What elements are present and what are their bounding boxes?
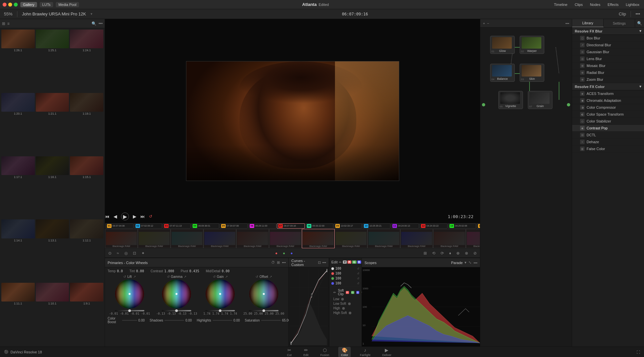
lib-gaussian-blur[interactable]: ⊙ Gaussian Blur [572,49,644,56]
skip-fwd-btn[interactable]: ⏭ [140,214,145,219]
node-balance[interactable]: Balance 04 [490,64,515,82]
node-more-btn[interactable]: ••• [565,21,569,25]
soft-clip-pencil[interactable]: ✏ [333,291,336,294]
timeline-clip[interactable]: Blackmagic RAW [269,229,302,248]
color-tool-3[interactable]: ◎ [123,250,129,256]
color-tool-5[interactable]: ✦ [140,250,146,256]
lib-mosaic-blur[interactable]: ⊞ Mosaic Blur [572,62,644,69]
timeline-clip[interactable]: Blackmagic RAW [367,229,400,248]
clips-btn[interactable]: Clips [573,2,585,7]
gamma-wheel[interactable] [162,279,191,309]
curves-more-btn[interactable]: ••• [322,260,326,265]
timeline-segment[interactable]: 05 07:34:07:08 [220,223,248,229]
color-tool-1[interactable]: ⊙ [107,250,113,256]
gallery-list-btn[interactable]: ≡ [7,21,10,26]
clip-label[interactable]: Clip [617,11,627,17]
node-add-btn[interactable]: + [483,21,485,25]
color-tool-8[interactable]: ⟳ [439,250,445,256]
ch-g-btn[interactable]: G [352,260,356,264]
temp-val[interactable]: 0.0 [117,269,123,273]
zoom-level[interactable]: 55% [3,11,14,17]
color-tool-12[interactable]: ⊘ [472,250,478,256]
gain-reset-btn[interactable]: ↺ [213,275,216,279]
sc-g-btn[interactable]: G [351,291,354,294]
gallery-item[interactable]: 1:17.1 [1,156,35,219]
skip-back-btn[interactable]: ⏮ [105,214,110,219]
nav-mode-fusion[interactable]: ⬡ Fusion [318,347,332,357]
timeline-segment[interactable]: 02 07:02:09:12 [134,223,162,229]
lift-reset-btn[interactable]: ↺ [123,275,126,279]
node-skin[interactable]: Skin 03 [520,64,544,82]
gallery-search-btn[interactable]: 🔍 [92,21,96,26]
node-warper[interactable]: Warper 02 [520,36,544,54]
more-options[interactable]: ••• [634,11,641,17]
gallery-item[interactable]: 1:26.1 [1,30,35,92]
lib-directional-blur[interactable]: ↗ Directional Blur [572,42,644,49]
color-tool-6[interactable]: ⊞ [422,250,428,256]
edit-pencil-icon[interactable]: ✏ [339,260,342,264]
gallery-tab[interactable]: Gallery [20,2,37,7]
timeline-segment[interactable]: 01 06:37:04:08 [106,223,134,229]
library-tab-library[interactable]: Library [572,19,604,27]
color-tool-2[interactable]: ≈ [115,250,120,256]
gallery-item[interactable]: 1:10.1 [36,283,69,345]
gain-slider[interactable] [205,310,235,311]
color-boost-track[interactable] [122,320,137,321]
library-search-icon[interactable]: 🔍 [635,21,644,26]
nav-mode-edit[interactable]: ✏ Edit [301,347,311,357]
scopes-chevron[interactable]: ▾ [465,260,467,265]
scopes-mode[interactable]: Parade [451,261,463,265]
middetail-val[interactable]: 0.00 [222,269,230,273]
clip-info[interactable]: John Brawley URSA Mini Pro 12K [21,11,87,17]
lib-color-space-transform[interactable]: ◐ Color Space Transform [572,111,644,118]
ch-b-reset[interactable]: ↺ [357,282,360,285]
gamma-more-btn[interactable]: ↗ [184,275,186,279]
node-canvas[interactable]: Glow 01 Warper 02 Balance 04 [480,28,572,346]
timeline-segment[interactable]: 03 07:47:11:13 [163,223,191,229]
timeline-segment[interactable]: 12 04:24:33:22 [420,223,447,229]
lib-contrast-pop[interactable]: ◆ Contrast Pop [572,125,644,132]
color-section-header[interactable]: Resolve FX Color ▾ [572,83,644,90]
timeline-clip[interactable]: Blackmagic RAW [138,229,171,248]
lib-dehaze[interactable]: ≈ Dehaze [572,139,644,145]
node-grain[interactable]: Grain 07 [528,91,552,109]
timeline-segment[interactable]: 09 10:02:33:17 [334,223,362,229]
gallery-item[interactable]: 1:21.1 [36,93,69,155]
gallery-item[interactable]: 1:11.1 [1,283,35,345]
nav-mode-cut[interactable]: ✂ Cut [284,347,294,357]
lib-false-color[interactable]: ▥ False Color [572,145,644,152]
scopes-more[interactable]: ••• [473,261,477,265]
play-btn[interactable]: ▶ [121,212,129,220]
timeline-segment[interactable]: 10 10:25:39:21 [363,223,390,229]
nodes-btn[interactable]: Nodes [588,2,602,7]
timeline-clip[interactable]: Blackmagic RAW [335,229,367,248]
gamma-slider[interactable] [162,310,191,311]
nav-mode-color[interactable]: 🎨 Color [338,347,351,357]
ch-r-btn[interactable]: R [347,260,352,264]
offset-wheel[interactable] [249,279,279,309]
sc-r-btn[interactable]: R [346,291,349,294]
gallery-item[interactable]: 1:15.1 [70,156,103,219]
gallery-item[interactable]: 1:13.1 [36,219,69,282]
shadows-track[interactable] [164,320,184,321]
close-button[interactable] [3,3,7,7]
gallery-more-btn[interactable]: ••• [98,21,103,26]
timeline-clip[interactable]: Blackmagic RAW [302,229,335,248]
cp-more-btn[interactable]: ••• [282,260,286,265]
color-tool-11[interactable]: ⊗ [464,250,469,256]
timeline-clip[interactable]: Blackmagic RAW [400,229,433,248]
lift-slider[interactable] [115,310,144,311]
lib-zoom-blur[interactable]: ⊕ Zoom Blur [572,76,644,83]
effects-btn[interactable]: Effects [606,2,620,7]
color-tool-g[interactable]: ● [281,250,286,256]
timeline-segment[interactable]: 04 06:09:38:01 [191,223,219,229]
gallery-item[interactable]: 1:25.1 [36,30,69,92]
gallery-view-btn[interactable]: ⊞ [2,21,5,26]
timeline-clip[interactable]: Blackmagic RAW [203,229,236,248]
pivot-val[interactable]: 0.435 [189,269,199,273]
scopes-expand[interactable]: ⤡ [468,260,471,265]
gallery-item[interactable]: 1:16.1 [36,156,69,219]
ch-y-reset[interactable]: ↺ [357,267,360,270]
cp-clock-btn[interactable]: ⏱ [271,260,275,265]
maximize-button[interactable] [14,3,18,7]
